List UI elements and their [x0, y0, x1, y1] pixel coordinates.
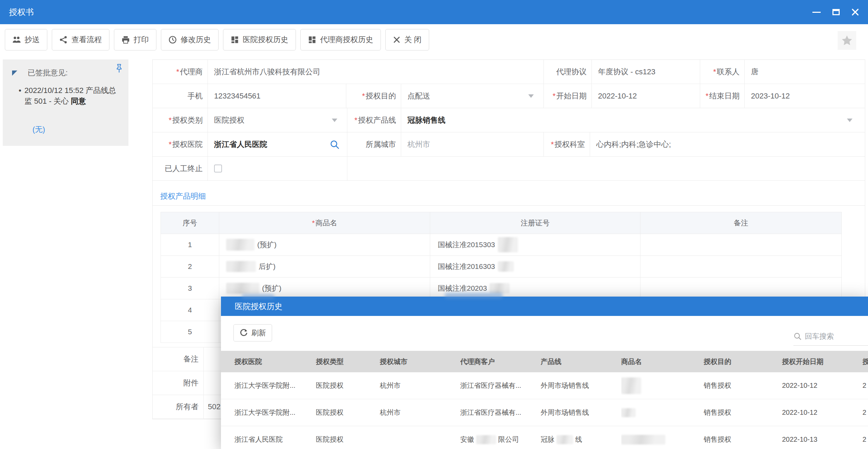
cell-purpose: 销售授权 [704, 426, 782, 449]
favorite-star-button[interactable] [838, 31, 856, 50]
product-detail-link[interactable]: 授权产品明细 [160, 191, 206, 202]
col-agent: 代理商客户 [460, 351, 541, 372]
history-row[interactable]: 浙江大学医学院附... 医院授权 杭州市 浙江省医疗器械有... 外周市场销售线… [221, 399, 868, 426]
category-select[interactable]: 医院授权 [208, 108, 347, 132]
city-label: 所属城市 [347, 132, 401, 156]
copy-send-button[interactable]: 抄送 [5, 29, 47, 50]
hospital-field[interactable]: 浙江省人民医院 [208, 132, 347, 156]
cell-product [621, 426, 704, 449]
purpose-label: 授权目的 [346, 84, 401, 108]
cell-agent: 安徽限公司 [460, 426, 541, 449]
end-date-field[interactable]: 2023-10-12 [744, 84, 865, 108]
approval-entry: • 2022/10/12 15:52 产品线总监 501 - 关心同意 [19, 85, 121, 106]
redacted-blur [557, 435, 573, 444]
search-icon [793, 332, 802, 340]
agent-field[interactable]: 浙江省杭州市八骏科技有限公司 [208, 60, 543, 84]
terminated-label: 已人工终止 [153, 157, 208, 180]
cell-end: 2 [862, 399, 868, 426]
col-header-cert: 注册证号 [430, 212, 640, 234]
print-label: 打印 [134, 35, 149, 45]
product-line-label: 授权产品线 [347, 108, 401, 132]
col-header-name: 商品名 [219, 212, 430, 234]
city-field[interactable]: 杭州市 [401, 132, 543, 156]
cell-hospital: 浙江大学医学院附... [221, 399, 316, 426]
print-button[interactable]: 打印 [114, 29, 156, 50]
end-date-label: 结束日期 [700, 84, 744, 108]
col-purpose: 授权目的 [704, 351, 782, 372]
phone-field[interactable]: 12323454561 [208, 84, 346, 108]
approval-panel: 已签批意见: • 2022/10/12 15:52 产品线总监 501 - 关心… [3, 59, 128, 146]
row-no: 4 [161, 299, 219, 321]
cell-line: 外周市场销售线 [541, 399, 621, 426]
search-icon[interactable] [330, 140, 339, 151]
pin-button[interactable] [115, 64, 123, 75]
contact-field[interactable]: 唐 [744, 60, 865, 84]
grid-icon [308, 36, 316, 44]
close-form-button[interactable]: 关 闭 [385, 29, 429, 50]
dept-field[interactable]: 心内科;内科;急诊中心; [590, 132, 865, 156]
refresh-button[interactable]: 刷新 [233, 324, 272, 342]
cell-product [621, 372, 704, 399]
window-controls [810, 0, 862, 24]
col-hospital: 授权医院 [221, 351, 316, 372]
view-flow-button[interactable]: 查看流程 [52, 29, 109, 50]
row-no: 1 [161, 234, 219, 255]
row-remark [640, 256, 841, 277]
chevron-down-icon[interactable] [332, 119, 337, 122]
cell-start: 2022-10-13 [782, 426, 862, 449]
row-no: 5 [161, 321, 219, 343]
attachment-label: 附件 [153, 371, 204, 395]
col-line: 产品线 [541, 351, 621, 372]
product-line-select[interactable]: 冠脉销售线 [401, 108, 865, 132]
cell-start: 2022-10-12 [782, 372, 862, 399]
terminated-cell [208, 157, 347, 180]
terminated-checkbox[interactable] [214, 165, 222, 172]
col-type: 授权类型 [316, 351, 380, 372]
close-window-button[interactable] [849, 5, 862, 19]
close-icon [851, 8, 859, 16]
modify-history-label: 修改历史 [181, 35, 211, 45]
purpose-select[interactable]: 点配送 [401, 84, 543, 108]
history-row[interactable]: 浙江大学医学院附... 医院授权 杭州市 浙江省医疗器械有... 外周市场销售线… [221, 372, 868, 399]
redacted-blur [621, 408, 636, 417]
search-input[interactable]: 回车搜索 [793, 327, 868, 346]
agreement-field[interactable]: 年度协议 - cs123 [591, 60, 700, 84]
start-date-field[interactable]: 2022-10-12 [591, 84, 700, 108]
history-row[interactable]: 浙江省人民医院 医院授权 安徽限公司 冠脉线 销售授权 2022-10-13 2 [221, 426, 868, 449]
people-icon [12, 36, 21, 44]
product-row[interactable]: 2 后扩) 国械注准2016303 [161, 255, 841, 277]
divider [153, 205, 865, 206]
collapse-panel-icon[interactable] [12, 71, 17, 76]
chevron-down-icon[interactable] [528, 94, 534, 98]
agent-history-button[interactable]: 代理商授权历史 [300, 29, 381, 50]
maximize-button[interactable] [829, 5, 842, 19]
category-label: 授权类别 [153, 108, 208, 132]
phone-label: 手机 [153, 84, 208, 108]
cell-agent: 浙江省医疗器械有... [460, 399, 541, 426]
window-title: 授权书 [9, 7, 34, 18]
history-table-header: 授权医院 授权类型 授权城市 代理商客户 产品线 商品名 授权目的 授权开始日期… [221, 351, 868, 372]
cell-type: 医院授权 [316, 372, 380, 399]
product-table-header: 序号 商品名 注册证号 备注 [161, 212, 841, 234]
window-titlebar: 授权书 [0, 0, 868, 24]
cell-purpose: 销售授权 [704, 372, 782, 399]
redacted-blur [226, 283, 259, 294]
refresh-label: 刷新 [251, 328, 266, 338]
agreement-label: 代理协议 [543, 60, 591, 84]
minimize-button[interactable] [810, 5, 823, 19]
hospital-history-button[interactable]: 医院授权历史 [223, 29, 296, 50]
chevron-down-icon[interactable] [847, 119, 852, 122]
grid-icon [231, 36, 239, 44]
cell-type: 医院授权 [316, 399, 380, 426]
cell-hospital: 浙江大学医学院附... [221, 372, 316, 399]
cell-end: 2 [862, 372, 868, 399]
modify-history-button[interactable]: 修改历史 [161, 29, 219, 50]
refresh-icon [240, 329, 248, 337]
dept-label: 授权科室 [543, 132, 590, 156]
product-row[interactable]: 1 (预扩) 国械注准2015303 [161, 234, 841, 255]
col-header-no: 序号 [161, 212, 219, 234]
cell-line: 外周市场销售线 [541, 372, 621, 399]
approval-attachment-link[interactable]: (无) [32, 124, 45, 135]
col-product: 商品名 [621, 351, 704, 372]
redacted-blur [498, 237, 518, 252]
